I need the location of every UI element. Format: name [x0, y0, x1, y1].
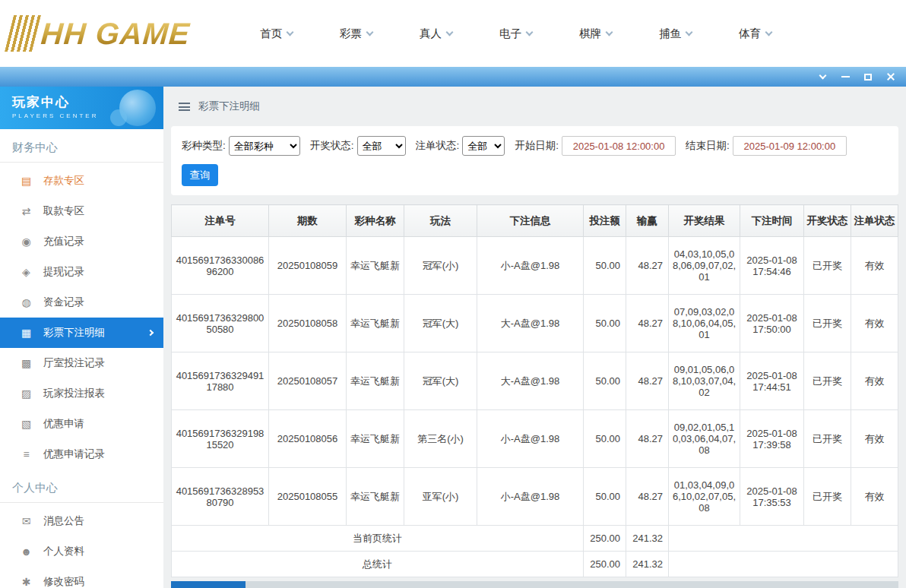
order-status-select[interactable]: 全部	[462, 136, 505, 156]
sidebar-item-label: 资金记录	[43, 296, 153, 309]
menu-toggle-icon[interactable]	[179, 103, 190, 111]
window-minimize-button[interactable]	[836, 68, 854, 85]
column-header: 玩法	[404, 205, 477, 237]
sidebar-item[interactable]: ▦ 彩票下注明细	[0, 318, 163, 348]
nav-item[interactable]: 棋牌	[579, 27, 612, 41]
funds-record-icon: ◍	[20, 296, 33, 308]
player-center-subtitle: PLAYERS CENTER	[12, 112, 151, 119]
issue-cell: 20250108057	[269, 352, 347, 410]
order-status-cell: 有效	[851, 295, 898, 352]
scrollbar-thumb[interactable]	[171, 581, 246, 588]
close-icon	[886, 72, 895, 81]
order-id-cell: 401569173632895380790	[172, 468, 269, 526]
column-header: 下注时间	[740, 205, 804, 237]
bet-detail-table-card: 注单号 期数 彩种名称 玩法 下注信息 投注额	[171, 204, 898, 577]
finance-menu: ▤ 存款专区 ⇄ 取款专区 ◉ 充值记录	[0, 166, 163, 469]
table-summary: 当前页统计 250.00 241.32 总统计 250.00 241.32	[172, 526, 898, 577]
lottery-type-filter: 彩种类型: 全部彩种	[182, 136, 300, 156]
window-title-bar	[0, 67, 906, 87]
column-header: 下注信息	[477, 205, 584, 237]
sidebar-item[interactable]: ◈ 提现记录	[0, 257, 163, 287]
lottery-type-select[interactable]: 全部彩种	[229, 136, 300, 156]
section-title-personal: 个人中心	[0, 469, 163, 503]
bet-detail-table: 注单号 期数 彩种名称 玩法 下注信息 投注额	[171, 204, 898, 577]
bet-info-cell: 小-A盘@1.98	[477, 237, 584, 295]
end-date-input[interactable]	[733, 136, 847, 156]
lottery-bet-detail-icon: ▦	[20, 327, 33, 339]
column-header: 注单号	[172, 205, 269, 237]
profile-icon: ☻	[20, 545, 33, 558]
order-id-cell: 401569173632980050580	[172, 295, 269, 352]
bet-amount-cell: 50.00	[584, 295, 626, 352]
chevron-down-icon	[446, 28, 454, 36]
end-date-label: 结束日期:	[686, 139, 730, 153]
sidebar-item[interactable]: ✉ 消息公告	[0, 506, 163, 536]
window-close-button[interactable]	[882, 68, 900, 85]
sidebar-item[interactable]: ▤ 存款专区	[0, 166, 163, 196]
draw-status-label: 开奖状态:	[310, 139, 354, 153]
sidebar-item[interactable]: ≡ 优惠申请记录	[0, 439, 163, 469]
search-button[interactable]: 查询	[182, 164, 218, 186]
nav-item[interactable]: 体育	[739, 27, 771, 41]
grand-summary-row: 总统计 250.00 241.32	[172, 552, 898, 577]
sidebar-item[interactable]: ☻ 个人资料	[0, 536, 163, 567]
draw-status-cell: 已开奖	[804, 352, 851, 410]
sidebar-item-label: 提现记录	[43, 265, 153, 279]
sidebar-item[interactable]: ▨ 玩家投注报表	[0, 378, 163, 409]
winloss-cell: 48.27	[626, 352, 669, 410]
main-nav: 首页 彩票 真人 电子 棋牌	[260, 27, 771, 41]
order-status-cell: 有效	[851, 468, 898, 526]
recharge-record-icon: ◉	[20, 236, 33, 248]
sidebar-item[interactable]: ⇄ 取款专区	[0, 196, 163, 226]
bet-time-cell: 2025-01-08 17:54:46	[740, 237, 804, 295]
bet-time-cell: 2025-01-08 17:35:53	[740, 468, 804, 526]
nav-item-label: 捕鱼	[659, 27, 681, 41]
horizontal-scrollbar[interactable]	[171, 581, 898, 588]
order-status-filter: 注单状态: 全部	[416, 136, 505, 156]
minimize-icon	[841, 76, 850, 77]
lottery-name-cell: 幸运飞艇新	[347, 352, 404, 410]
summary-winloss-total-cell: 241.32	[626, 552, 669, 577]
sidebar-item[interactable]: ◉ 充值记录	[0, 226, 163, 257]
nav-item[interactable]: 电子	[499, 27, 532, 41]
bet-time-cell: 2025-01-08 17:39:58	[740, 410, 804, 468]
nav-item[interactable]: 彩票	[340, 27, 372, 41]
order-status-cell: 有效	[851, 410, 898, 468]
sidebar-item[interactable]: ✱ 修改密码	[0, 567, 163, 588]
logo-bars-icon	[5, 15, 41, 52]
draw-result-cell: 07,09,03,02,08,10,06,04,05,01	[669, 295, 740, 352]
nav-item-label: 体育	[739, 27, 761, 41]
bet-amount-cell: 50.00	[584, 352, 626, 410]
nav-item[interactable]: 真人	[420, 27, 452, 41]
sidebar-item-label: 玩家投注报表	[43, 387, 153, 400]
lottery-name-cell: 幸运飞艇新	[347, 468, 404, 526]
table-header-row: 注单号 期数 彩种名称 玩法 下注信息 投注额	[172, 205, 898, 237]
filter-panel: 彩种类型: 全部彩种 开奖状态: 全部 注单状态:	[171, 126, 898, 195]
cashout-record-icon: ◈	[20, 266, 33, 278]
sidebar-item[interactable]: ◍ 资金记录	[0, 287, 163, 318]
summary-winloss-total-cell: 241.32	[626, 526, 669, 552]
logo[interactable]: HH GAME	[9, 15, 213, 52]
sidebar-item-label: 彩票下注明细	[43, 326, 138, 340]
sidebar-item[interactable]: ▩ 厅室投注记录	[0, 348, 163, 378]
page-summary-row: 当前页统计 250.00 241.32	[172, 526, 898, 552]
bet-amount-cell: 50.00	[584, 237, 626, 295]
column-header: 开奖结果	[669, 205, 740, 237]
end-date-filter: 结束日期:	[686, 136, 847, 156]
nav-item[interactable]: 捕鱼	[659, 27, 692, 41]
start-date-input[interactable]	[562, 136, 676, 156]
section-title-finance: 财务中心	[0, 129, 163, 163]
winloss-cell: 48.27	[626, 468, 669, 526]
sidebar-item-label: 存款专区	[43, 174, 153, 188]
nav-item[interactable]: 首页	[260, 27, 293, 41]
chevron-down-icon	[819, 72, 826, 80]
sidebar-item[interactable]: ▧ 优惠申请	[0, 409, 163, 439]
nav-item-label: 电子	[499, 27, 521, 41]
draw-status-cell: 已开奖	[804, 468, 851, 526]
window-maximize-button[interactable]	[859, 68, 877, 85]
summary-label-cell: 总统计	[172, 552, 584, 577]
window-collapse-button[interactable]	[813, 68, 832, 85]
column-header: 投注额	[584, 205, 626, 237]
draw-status-select[interactable]: 全部	[357, 136, 406, 156]
table-row: 401569173632895380790 20250108055 幸运飞艇新 …	[172, 468, 898, 526]
